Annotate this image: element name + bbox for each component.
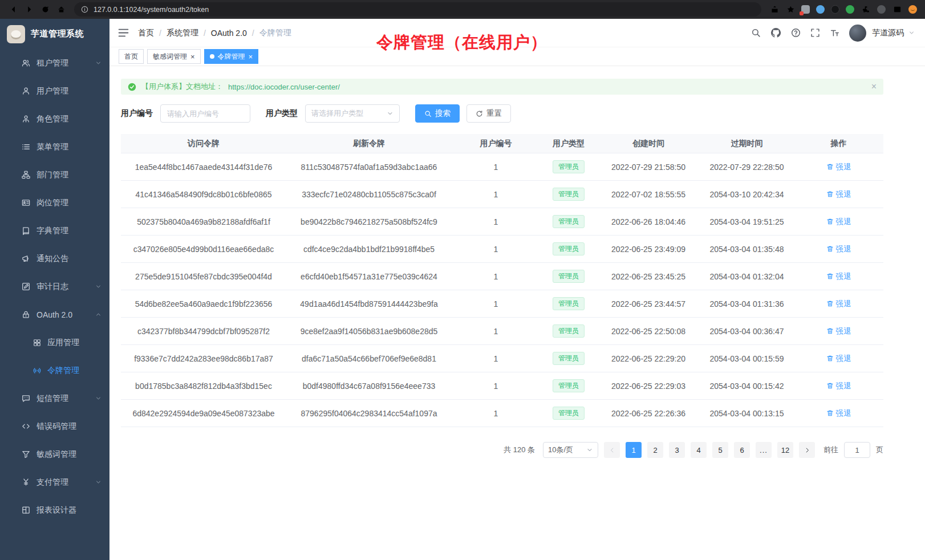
cell-access-token: f9336e7c7dd242a283ee98dc86b17a87 (121, 354, 286, 363)
prev-page-button[interactable] (604, 442, 620, 458)
page-button-1[interactable]: 1 (626, 442, 642, 458)
sidebar-item-tenant[interactable]: 租户管理 (0, 49, 109, 77)
help-icon[interactable] (791, 28, 801, 38)
sidebar-item-oauth2[interactable]: OAuth 2.0 (0, 301, 109, 328)
tab-label: 令牌管理 (218, 52, 245, 62)
font-size-icon[interactable] (830, 28, 839, 38)
sidebar-item-error-code[interactable]: 错误码管理 (0, 412, 109, 440)
sidebar-item-dict[interactable]: 字典管理 (0, 217, 109, 245)
goto-page-input[interactable] (844, 442, 870, 458)
force-logout-button[interactable]: 强退 (826, 271, 851, 282)
user-id-input[interactable] (160, 104, 250, 123)
address-bar[interactable]: 127.0.0.1:1024/system/oauth2/token (74, 2, 761, 17)
tab-sensitive-words[interactable]: 敏感词管理 × (147, 49, 201, 64)
next-page-button[interactable] (799, 442, 815, 458)
doc-link[interactable]: https://doc.iocoder.cn/user-center/ (228, 83, 340, 91)
cell-actions: 强退 (794, 326, 883, 336)
cell-expire-time: 2054-03-04 00:36:47 (700, 327, 794, 336)
trash-icon (826, 273, 834, 280)
user-name[interactable]: 芋道源码 (872, 28, 904, 38)
force-logout-button[interactable]: 强退 (826, 162, 851, 172)
force-logout-label: 强退 (836, 217, 851, 227)
force-logout-button[interactable]: 强退 (826, 189, 851, 200)
yen-icon (22, 478, 30, 486)
extension-icon-red-badged[interactable] (801, 5, 810, 14)
column-header: 创建时间 (597, 139, 700, 149)
extension-icon-black[interactable] (831, 5, 839, 14)
user-type-badge: 管理员 (553, 188, 585, 201)
page-button-3[interactable]: 3 (669, 442, 685, 458)
extension-icon-green[interactable] (846, 5, 854, 14)
app-logo[interactable]: 芋道管理系统 (0, 19, 109, 49)
breadcrumb-home[interactable]: 首页 (138, 28, 154, 38)
chevron-down-icon[interactable] (908, 30, 915, 36)
tab-token-management[interactable]: 令牌管理 × (204, 49, 259, 64)
force-logout-button[interactable]: 强退 (826, 217, 851, 227)
close-icon[interactable]: × (249, 53, 253, 60)
page-button-5[interactable]: 5 (712, 442, 728, 458)
breadcrumb-oauth2[interactable]: OAuth 2.0 (211, 29, 247, 38)
tab-home[interactable]: 首页 (119, 49, 144, 64)
sidebar-item-dept[interactable]: 部门管理 (0, 161, 109, 189)
menu-arrow (95, 339, 102, 346)
force-logout-button[interactable]: 强退 (826, 408, 851, 419)
breadcrumb-system[interactable]: 系统管理 (167, 28, 198, 38)
sidebar-item-menu[interactable]: 菜单管理 (0, 133, 109, 161)
force-logout-button[interactable]: 强退 (826, 299, 851, 309)
fullscreen-icon[interactable] (810, 28, 820, 38)
sidebar-item-post[interactable]: 岗位管理 (0, 189, 109, 217)
cell-expire-time: 2054-03-04 01:31:36 (700, 299, 794, 309)
user-type-select[interactable]: 请选择用户类型 (305, 104, 400, 123)
cell-refresh-token: 811c530487574fa0af1a59d3abc1aa66 (286, 163, 452, 172)
sidebar-item-sms[interactable]: 短信管理 (0, 384, 109, 412)
page-button-12[interactable]: 12 (777, 442, 793, 458)
forward-icon[interactable] (22, 2, 36, 17)
sidebar-item-oauth2-app[interactable]: 应用管理 (0, 328, 109, 356)
page-button-4[interactable]: 4 (691, 442, 707, 458)
menu-arrow (95, 507, 102, 513)
search-button[interactable]: 搜索 (415, 104, 460, 123)
sidebar-item-oauth2-token[interactable]: 令牌管理 (0, 356, 109, 384)
extension-icon-gray[interactable] (877, 5, 886, 14)
cell-expire-time: 2054-03-04 00:15:59 (700, 354, 794, 363)
search-icon[interactable] (751, 28, 761, 38)
force-logout-button[interactable]: 强退 (826, 244, 851, 254)
extension-icon-blue[interactable] (816, 5, 825, 14)
side-panel-icon[interactable] (892, 5, 902, 15)
page-size-select[interactable]: 10条/页 (543, 442, 598, 458)
sidebar-item-report-designer[interactable]: 报表设计器 (0, 496, 109, 524)
sidebar-item-sensitive-word[interactable]: 敏感词管理 (0, 440, 109, 468)
sidebar-item-notice[interactable]: 通知公告 (0, 245, 109, 273)
cell-actions: 强退 (794, 244, 883, 254)
more-pages-button[interactable]: ... (756, 442, 772, 458)
table-row: 41c41346a548490f9dc8b01c6bfe0865 333ecfc… (121, 181, 883, 208)
extensions-puzzle-icon[interactable] (861, 5, 871, 15)
sidebar-item-user[interactable]: 用户管理 (0, 77, 109, 105)
force-logout-button[interactable]: 强退 (826, 326, 851, 336)
force-logout-button[interactable]: 强退 (826, 354, 851, 364)
page-button-6[interactable]: 6 (734, 442, 750, 458)
reset-button[interactable]: 重置 (466, 104, 511, 123)
home-icon[interactable] (54, 2, 68, 17)
share-icon[interactable] (767, 2, 782, 17)
force-logout-button[interactable]: 强退 (826, 381, 851, 391)
alert-close-icon[interactable]: × (871, 82, 877, 91)
sidebar-item-audit-log[interactable]: 审计日志 (0, 273, 109, 301)
sidebar-item-pay[interactable]: 支付管理 (0, 468, 109, 496)
chevron-down-icon (95, 283, 102, 290)
cell-refresh-token: cdfc4ce9c2da4bb1bdf21b9918ff4be5 (286, 245, 452, 254)
menu-arrow (95, 116, 102, 122)
sidebar-item-role[interactable]: 角色管理 (0, 105, 109, 133)
close-icon[interactable]: × (190, 53, 195, 60)
user-avatar[interactable] (849, 25, 866, 42)
back-icon[interactable] (6, 2, 21, 17)
profile-avatar-icon[interactable] (908, 5, 917, 14)
site-info-icon[interactable] (81, 6, 88, 13)
cell-user-type: 管理员 (540, 324, 597, 338)
collapse-sidebar-icon[interactable] (117, 27, 129, 39)
page-button-2[interactable]: 2 (647, 442, 663, 458)
table-row: 6d842e2924594de9a09e45e087323abe 8796295… (121, 400, 883, 427)
github-icon[interactable] (770, 27, 781, 38)
bookmark-star-icon[interactable] (783, 2, 798, 17)
reload-icon[interactable] (38, 2, 52, 17)
